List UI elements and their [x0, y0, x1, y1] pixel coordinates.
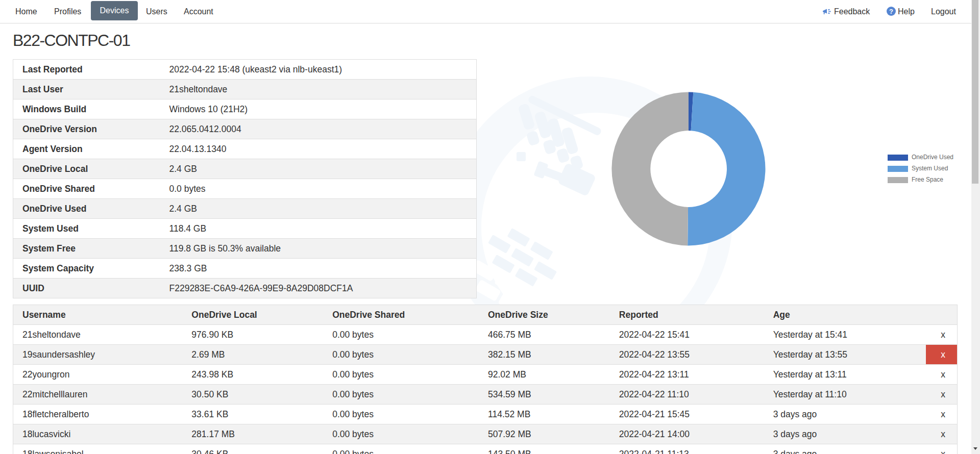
svg-text:?: ?: [889, 8, 893, 15]
